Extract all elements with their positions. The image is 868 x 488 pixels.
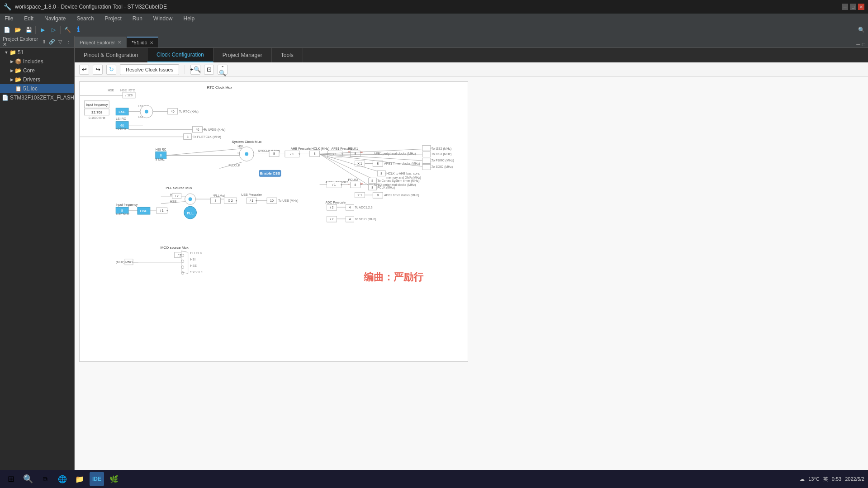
maximize-button[interactable]: □ bbox=[850, 4, 856, 10]
pclk1-label: PCLK1 bbox=[348, 147, 358, 150]
svg-rect-66 bbox=[422, 158, 431, 163]
save-button[interactable]: 💾 bbox=[24, 25, 33, 35]
pllmul-label: *PLLMul bbox=[213, 194, 225, 197]
svg-text:▾: ▾ bbox=[236, 199, 237, 202]
taskview-button[interactable]: ⧉ bbox=[38, 472, 52, 486]
menu-search[interactable]: Search bbox=[74, 14, 96, 23]
fit-button[interactable]: ⊡ bbox=[204, 65, 214, 75]
tree-label-drivers: Drivers bbox=[23, 76, 40, 83]
explorer-task-button[interactable]: 📁 bbox=[72, 472, 87, 486]
nav-pinout-label: Pinout & Configuration bbox=[84, 52, 138, 58]
tree-item-core[interactable]: ▶ 📂 Core bbox=[0, 66, 74, 75]
diagram-area[interactable]: RTC Clock Mux Input frequency 32.768 0-1… bbox=[75, 77, 868, 476]
x1-apb2: X 1 bbox=[357, 194, 362, 197]
tree-label-core: Core bbox=[23, 67, 35, 74]
includes-icon: 📦 bbox=[14, 58, 22, 65]
search-taskbar-button[interactable]: 🔍 bbox=[21, 472, 35, 486]
info-button[interactable]: ℹ bbox=[73, 25, 83, 35]
weather-text: 13°C bbox=[808, 476, 820, 482]
tab-editor[interactable]: *51.ioc ✕ bbox=[127, 37, 158, 47]
new-file-button[interactable]: 📄 bbox=[2, 25, 12, 35]
redo-button[interactable]: ↪ bbox=[93, 65, 103, 75]
run-button[interactable]: ▷ bbox=[48, 25, 58, 35]
lsi-rc-label: LSI RC bbox=[116, 117, 126, 120]
mco-source-mux-label: MCO source Mux bbox=[161, 246, 189, 250]
maximize-panel-icon[interactable]: □ bbox=[862, 41, 865, 47]
taskbar: ⊞ 🔍 ⧉ 🌐 📁 IDE 🌿 ☁ 13°C 英 0:53 2022/5/2 bbox=[0, 470, 868, 488]
svg-text:▾: ▾ bbox=[299, 152, 300, 156]
clock-sep-1 bbox=[185, 65, 185, 74]
start-button[interactable]: ⊞ bbox=[4, 472, 18, 486]
nav-tab-clock[interactable]: Clock Configuration bbox=[147, 48, 213, 62]
tree-item-ld[interactable]: 📄 STM32F103ZETX_FLASH.ld bbox=[0, 93, 74, 102]
minimize-button[interactable]: ─ bbox=[842, 4, 848, 10]
debug-button[interactable]: ▶ bbox=[38, 25, 47, 35]
usb-prescaler-label: USB Prescaler bbox=[241, 193, 262, 196]
filter-icon[interactable]: ▽ bbox=[57, 39, 63, 45]
to-sdio-label: To SDIO (MHz) bbox=[432, 165, 453, 169]
sysclk-val: 8 bbox=[273, 152, 275, 155]
svg-rect-68 bbox=[422, 164, 431, 170]
tree-item-root[interactable]: ▼ 📁 51 bbox=[0, 48, 74, 57]
ide-button[interactable]: IDE bbox=[90, 472, 104, 486]
menu-window[interactable]: Window bbox=[151, 14, 175, 23]
adc-div: / 2 bbox=[330, 206, 334, 209]
nav-tab-project[interactable]: Project Manager bbox=[213, 48, 272, 62]
tree-label-ioc: 51.ioc bbox=[23, 85, 38, 92]
menu-run[interactable]: Run bbox=[130, 14, 145, 23]
explorer-header: Project Explorer ✕ ⬆ 🔗 ▽ ⋮ bbox=[0, 36, 74, 48]
div2-mco: / 2 bbox=[178, 254, 181, 257]
menu-navigate[interactable]: Navigate bbox=[42, 14, 68, 23]
svg-point-44 bbox=[189, 197, 192, 201]
to-flitfclk-label: To FLITFCLK (MHz) bbox=[193, 135, 221, 139]
menu-help[interactable]: Help bbox=[181, 14, 198, 23]
to-rtc-label: To RTC (KHz) bbox=[179, 110, 199, 114]
freq-range-1: 0-1000 KHz bbox=[89, 116, 105, 119]
nav-tab-pinout[interactable]: Pinout & Configuration bbox=[75, 48, 147, 62]
link-editor-icon[interactable]: 🔗 bbox=[49, 39, 55, 45]
val-cortex: 8 bbox=[371, 179, 373, 182]
hsi-val: 8 bbox=[160, 153, 162, 157]
close-button[interactable]: ✕ bbox=[858, 4, 864, 10]
tab-pe-close[interactable]: ✕ bbox=[118, 40, 121, 45]
search-toolbar-button[interactable]: 🔍 bbox=[856, 25, 866, 35]
core-arrow: ▶ bbox=[9, 68, 14, 73]
hse-div1: / 1 bbox=[160, 209, 164, 212]
core-icon: 📂 bbox=[14, 67, 22, 74]
zoom-in-button[interactable]: +🔍 bbox=[190, 65, 200, 75]
build-button[interactable]: 🔨 bbox=[62, 25, 72, 35]
minimize-panel-icon[interactable]: ─ bbox=[856, 41, 860, 47]
val-8-flit: 8 bbox=[187, 135, 189, 138]
tab-pe-label: Project Explorer bbox=[80, 40, 115, 45]
menu-edit[interactable]: Edit bbox=[21, 14, 36, 23]
lse-box: LSE bbox=[119, 110, 126, 114]
ld-icon: 📄 bbox=[2, 94, 9, 101]
tab-project-explorer[interactable]: Project Explorer ✕ bbox=[75, 37, 126, 47]
collapse-all-icon[interactable]: ⬆ bbox=[41, 39, 47, 45]
diagram-canvas: RTC Clock Mux Input frequency 32.768 0-1… bbox=[79, 81, 468, 362]
tree-item-drivers[interactable]: ▶ 📂 Drivers bbox=[0, 75, 74, 84]
svg-rect-64 bbox=[422, 152, 431, 157]
hse-mco-label: HSE bbox=[190, 264, 197, 267]
zoom-out-button[interactable]: -🔍 bbox=[218, 65, 228, 75]
sysclk-mco-label: SYSCLK bbox=[190, 270, 203, 274]
open-file-button[interactable]: 📂 bbox=[13, 25, 23, 35]
apb1-periph-val: 8 bbox=[354, 152, 356, 155]
undo-button[interactable]: ↩ bbox=[79, 65, 89, 75]
svg-text:▾: ▾ bbox=[166, 209, 168, 212]
edge-button[interactable]: 🌐 bbox=[55, 472, 70, 486]
expand-arrow: ▼ bbox=[4, 50, 9, 55]
tab-editor-label: *51.ioc bbox=[132, 40, 147, 45]
tree-item-ioc[interactable]: 📋 51.ioc bbox=[0, 84, 74, 93]
val-fclk: 8 bbox=[371, 186, 373, 189]
refresh-button[interactable]: ↻ bbox=[106, 65, 116, 75]
menu-project[interactable]: Project bbox=[102, 14, 124, 23]
tree-item-includes[interactable]: ▶ 📦 Includes bbox=[0, 57, 74, 66]
menu-file[interactable]: File bbox=[2, 14, 16, 23]
nav-tab-tools[interactable]: Tools bbox=[272, 48, 303, 62]
hse-label-rtc: HSE bbox=[108, 89, 114, 92]
green-app-button[interactable]: 🌿 bbox=[107, 472, 121, 486]
view-menu-icon[interactable]: ⋮ bbox=[65, 39, 71, 45]
resolve-clock-button[interactable]: Resolve Clock Issues bbox=[120, 64, 179, 75]
tab-editor-close[interactable]: ✕ bbox=[150, 40, 153, 45]
